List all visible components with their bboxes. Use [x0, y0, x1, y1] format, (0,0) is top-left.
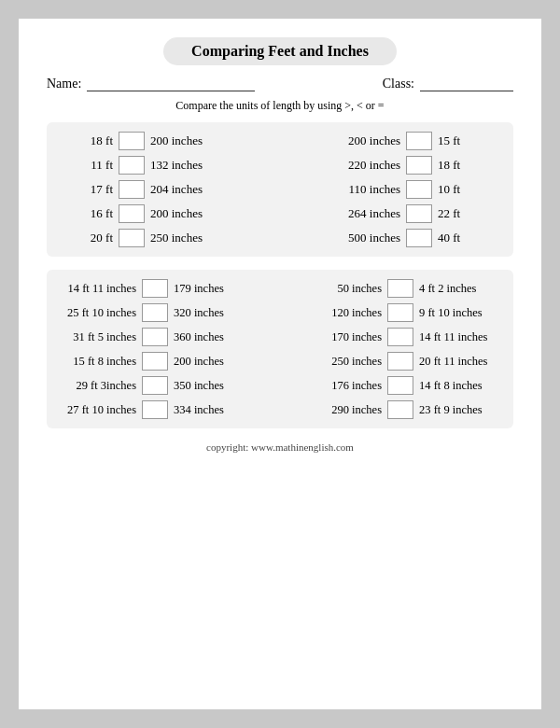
right-pair: 500 inches 40 ft [288, 229, 498, 247]
compare-input[interactable] [142, 328, 168, 346]
right-pair: 120 inches 9 ft 10 inches [288, 303, 498, 322]
right-value: 250 inches [150, 231, 203, 245]
compare-input2[interactable] [387, 279, 413, 298]
section1-row: 16 ft 200 inches 264 inches 22 ft [62, 204, 498, 223]
right-pair: 170 inches 14 ft 11 inches [288, 328, 498, 346]
right-value: 132 inches [150, 158, 203, 173]
section1-row: 18 ft 200 inches 200 inches 15 ft [62, 132, 498, 150]
left-value: 16 ft [62, 206, 113, 221]
section2-row: 29 ft 3inches 350 inches 176 inches 14 f… [62, 376, 498, 395]
left-value2: 110 inches [349, 182, 400, 197]
right-value: 320 inches [174, 306, 224, 320]
right-value2: 14 ft 8 inches [419, 379, 498, 393]
section1-row: 20 ft 250 inches 500 inches 40 ft [62, 229, 498, 247]
left-value2: 290 inches [331, 403, 382, 417]
left-value2: 500 inches [348, 231, 400, 245]
compare-input2[interactable] [387, 376, 413, 395]
compare-input2[interactable] [406, 204, 432, 223]
left-value: 15 ft 8 inches [62, 355, 136, 369]
left-value2: 176 inches [331, 379, 382, 393]
right-value: 204 inches [150, 182, 203, 197]
right-value2: 20 ft 11 inches [419, 355, 498, 369]
left-pair: 29 ft 3inches 350 inches [62, 376, 272, 395]
left-value2: 170 inches [331, 330, 382, 344]
compare-input[interactable] [142, 279, 168, 298]
left-pair: 16 ft 200 inches [62, 204, 272, 223]
left-value: 11 ft [62, 158, 113, 173]
section1-row: 17 ft 204 inches 110 inches 10 ft [62, 180, 498, 199]
right-value2: 4 ft 2 inches [419, 282, 498, 296]
section2: 14 ft 11 inches 179 inches 50 inches 4 f… [47, 270, 513, 428]
right-pair: 110 inches 10 ft [288, 180, 498, 199]
left-value: 31 ft 5 inches [62, 330, 136, 344]
compare-input[interactable] [119, 204, 145, 223]
compare-input[interactable] [119, 132, 145, 150]
instruction: Compare the units of length by using >, … [47, 99, 513, 113]
compare-input2[interactable] [406, 180, 432, 199]
left-value: 20 ft [62, 231, 113, 245]
right-pair: 220 inches 18 ft [288, 156, 498, 175]
compare-input[interactable] [142, 400, 168, 419]
compare-input2[interactable] [406, 132, 432, 150]
section2-row: 25 ft 10 inches 320 inches 120 inches 9 … [62, 303, 498, 322]
title: Comparing Feet and Inches [163, 37, 397, 65]
left-value: 18 ft [62, 133, 113, 148]
copyright: copyright: www.mathinenglish.com [47, 441, 513, 453]
right-pair: 290 inches 23 ft 9 inches [288, 400, 498, 419]
right-value2: 9 ft 10 inches [419, 306, 498, 320]
left-value: 14 ft 11 inches [62, 282, 136, 296]
right-value2: 10 ft [438, 182, 498, 197]
section1-row: 11 ft 132 inches 220 inches 18 ft [62, 156, 498, 175]
compare-input2[interactable] [387, 400, 413, 419]
compare-input2[interactable] [387, 352, 413, 371]
left-value: 17 ft [62, 182, 113, 197]
section2-row: 27 ft 10 inches 334 inches 290 inches 23… [62, 400, 498, 419]
left-pair: 15 ft 8 inches 200 inches [62, 352, 272, 371]
right-value2: 14 ft 11 inches [419, 330, 498, 344]
compare-input2[interactable] [406, 156, 432, 175]
right-value2: 15 ft [438, 133, 498, 148]
compare-input2[interactable] [406, 229, 432, 247]
right-value: 200 inches [150, 206, 203, 221]
compare-input[interactable] [119, 156, 145, 175]
left-value: 27 ft 10 inches [62, 403, 136, 417]
section2-row: 15 ft 8 inches 200 inches 250 inches 20 … [62, 352, 498, 371]
left-value2: 220 inches [348, 158, 400, 173]
right-pair: 264 inches 22 ft [288, 204, 498, 223]
compare-input2[interactable] [387, 328, 413, 346]
left-pair: 18 ft 200 inches [62, 132, 272, 150]
left-pair: 11 ft 132 inches [62, 156, 272, 175]
compare-input[interactable] [142, 303, 168, 322]
right-value2: 40 ft [438, 231, 498, 245]
left-value: 25 ft 10 inches [62, 306, 136, 320]
class-input[interactable] [420, 77, 513, 91]
right-value: 200 inches [174, 355, 224, 369]
right-value: 350 inches [174, 379, 224, 393]
left-pair: 17 ft 204 inches [62, 180, 272, 199]
page: Comparing Feet and Inches Name: Class: C… [19, 19, 541, 709]
left-value2: 264 inches [348, 206, 400, 221]
name-input[interactable] [87, 77, 255, 91]
right-value: 360 inches [174, 330, 224, 344]
right-value: 179 inches [174, 282, 224, 296]
compare-input2[interactable] [387, 303, 413, 322]
right-value: 200 inches [150, 133, 203, 148]
title-container: Comparing Feet and Inches [47, 37, 513, 65]
section2-row: 14 ft 11 inches 179 inches 50 inches 4 f… [62, 279, 498, 298]
compare-input[interactable] [119, 180, 145, 199]
left-value2: 50 inches [337, 282, 382, 296]
section1: 18 ft 200 inches 200 inches 15 ft 11 ft … [47, 122, 513, 257]
compare-input[interactable] [119, 229, 145, 247]
class-line: Class: [383, 77, 513, 91]
right-pair: 50 inches 4 ft 2 inches [288, 279, 498, 298]
left-pair: 14 ft 11 inches 179 inches [62, 279, 272, 298]
class-label: Class: [383, 77, 414, 91]
name-label: Name: [47, 77, 81, 91]
left-pair: 27 ft 10 inches 334 inches [62, 400, 272, 419]
left-pair: 31 ft 5 inches 360 inches [62, 328, 272, 346]
compare-input[interactable] [142, 376, 168, 395]
compare-input[interactable] [142, 352, 168, 371]
name-class-row: Name: Class: [47, 77, 513, 91]
right-pair: 176 inches 14 ft 8 inches [288, 376, 498, 395]
right-value2: 18 ft [438, 158, 498, 173]
